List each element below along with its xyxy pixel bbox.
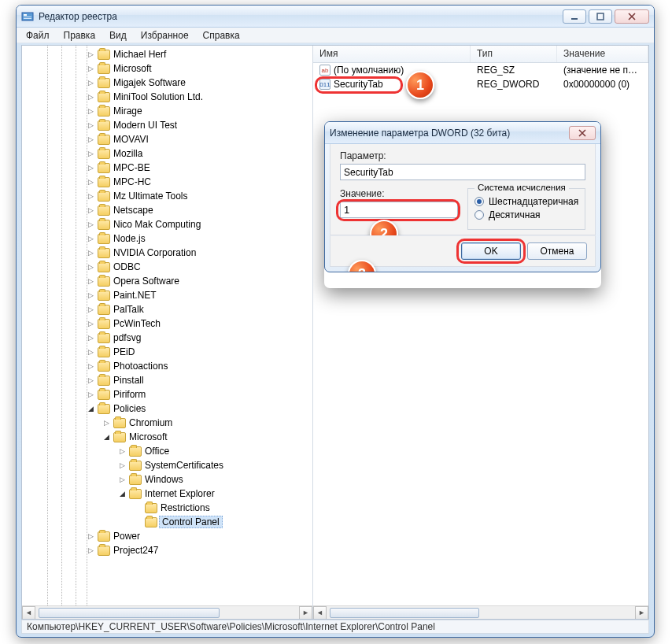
tree-scrollbar[interactable]: ◄ ► <box>22 605 312 619</box>
expander-icon[interactable]: ▷ <box>87 277 94 285</box>
expander-icon[interactable]: ▷ <box>87 164 94 172</box>
ok-button[interactable]: OK <box>461 242 521 260</box>
tree-item[interactable]: ▷Windows <box>22 472 312 487</box>
tree-item[interactable]: ▷Nico Mak Computing <box>22 217 312 231</box>
expander-icon[interactable]: ▷ <box>102 419 110 427</box>
expander-icon[interactable]: ▷ <box>87 220 94 228</box>
tree-item[interactable]: ▷SystemCertificates <box>22 458 312 472</box>
column-name[interactable]: Имя <box>313 46 471 62</box>
tree-item[interactable]: ▷Mirage <box>22 104 312 118</box>
tree-item[interactable]: ▷Microsoft <box>22 61 312 76</box>
dialog-titlebar[interactable]: Изменение параметра DWORD (32 бита) <box>325 122 600 144</box>
scroll-right-button[interactable]: ► <box>299 606 312 620</box>
tree-item[interactable]: ▷MPC-BE <box>22 161 312 175</box>
tree-item[interactable]: ▷Migajek Software <box>22 76 312 90</box>
expander-icon[interactable]: ▷ <box>118 461 126 469</box>
expander-icon[interactable]: ▷ <box>118 447 126 455</box>
tree-item[interactable]: ▷Mz Ultimate Tools <box>22 189 312 203</box>
minimize-button[interactable] <box>563 9 586 24</box>
dialog-close-button[interactable] <box>569 126 596 140</box>
titlebar[interactable]: Редактор реестра <box>17 6 654 28</box>
scroll-thumb[interactable] <box>39 608 220 618</box>
column-type[interactable]: Тип <box>471 46 557 62</box>
expander-icon[interactable]: ▷ <box>87 235 94 242</box>
expander-icon[interactable]: ▷ <box>118 476 126 483</box>
expander-icon[interactable]: ◢ <box>102 433 110 441</box>
tree-item[interactable]: ▷Modern UI Test <box>22 118 312 132</box>
cancel-button[interactable]: Отмена <box>527 242 587 260</box>
radix-hex-option[interactable]: Шестнадцатеричная <box>474 196 578 207</box>
tree-item[interactable]: ▷Pinstall <box>22 373 312 387</box>
expander-icon[interactable]: ▷ <box>87 263 94 271</box>
tree-item[interactable]: ▷PcWinTech <box>22 316 312 331</box>
expander-icon[interactable]: ▷ <box>87 305 94 313</box>
param-field[interactable] <box>340 164 585 180</box>
expander-icon[interactable]: ▷ <box>87 320 94 328</box>
value-row[interactable]: ab(По умолчанию)REG_SZ(значение не присв… <box>313 63 648 77</box>
tree-item[interactable]: ▷MPC-HC <box>22 175 312 189</box>
expander-icon[interactable]: ▷ <box>87 376 94 384</box>
value-row[interactable]: 011SecurityTabREG_DWORD0x00000000 (0) <box>313 77 648 91</box>
tree-item[interactable]: ▷Piriform <box>22 387 312 402</box>
expander-icon[interactable]: ▷ <box>87 50 94 58</box>
expander-icon[interactable]: ▷ <box>87 150 94 157</box>
scroll-left-button[interactable]: ◄ <box>313 606 327 620</box>
tree-item[interactable]: ◢Policies <box>22 402 312 416</box>
tree-item[interactable]: ◢Internet Explorer <box>22 487 312 501</box>
expander-icon[interactable]: ▷ <box>87 390 94 398</box>
tree-item[interactable]: ▷MiniTool Solution Ltd. <box>22 90 312 104</box>
tree-item[interactable]: ▷PalTalk <box>22 302 312 316</box>
close-button[interactable] <box>615 9 649 24</box>
tree-item[interactable]: ▷Mozilla <box>22 146 312 161</box>
expander-icon[interactable]: ▷ <box>87 192 94 200</box>
tree-item[interactable]: ▷Michael Herf <box>22 47 312 61</box>
expander-icon[interactable]: ▷ <box>87 178 94 186</box>
tree-item[interactable]: ▷PEiD <box>22 345 312 359</box>
tree-item[interactable]: ▷Netscape <box>22 203 312 217</box>
tree-item[interactable]: ▷ODBC <box>22 260 312 274</box>
radix-dec-option[interactable]: Десятичная <box>474 209 578 220</box>
tree-item[interactable]: Control Panel <box>22 515 312 529</box>
tree-item[interactable]: ▷Node.js <box>22 231 312 246</box>
expander-icon[interactable]: ▷ <box>87 532 94 540</box>
expander-icon[interactable]: ◢ <box>87 405 94 413</box>
expander-icon[interactable]: ▷ <box>87 65 94 72</box>
expander-icon[interactable]: ▷ <box>87 348 94 356</box>
expander-icon[interactable]: ▷ <box>87 291 94 299</box>
list-scrollbar[interactable]: ◄ ► <box>313 605 648 619</box>
expander-icon[interactable]: ▷ <box>87 249 94 257</box>
tree-item[interactable]: ▷MOVAVI <box>22 132 312 146</box>
menu-view[interactable]: Вид <box>103 28 133 43</box>
menu-file[interactable]: Файл <box>20 28 56 43</box>
value-field[interactable] <box>340 202 458 218</box>
tree-item[interactable]: Restrictions <box>22 501 312 515</box>
tree-item[interactable]: ▷Chromium <box>22 416 312 430</box>
tree-item[interactable]: ▷Project247 <box>22 543 312 557</box>
menu-help[interactable]: Справка <box>197 28 246 43</box>
expander-icon[interactable]: ▷ <box>87 206 94 214</box>
expander-icon[interactable]: ◢ <box>118 490 126 498</box>
expander-icon[interactable]: ▷ <box>87 135 94 143</box>
expander-icon[interactable]: ▷ <box>87 546 94 554</box>
tree-item[interactable]: ▷Photoactions <box>22 359 312 373</box>
maximize-button[interactable] <box>589 9 612 24</box>
menu-favorites[interactable]: Избранное <box>135 28 195 43</box>
expander-icon[interactable]: ▷ <box>87 107 94 115</box>
tree-item[interactable]: ▷pdfsvg <box>22 331 312 345</box>
scroll-track[interactable] <box>35 606 299 620</box>
registry-tree[interactable]: ▷Michael Herf▷Microsoft▷Migajek Software… <box>22 46 312 605</box>
tree-item[interactable]: ▷Power <box>22 529 312 543</box>
column-value[interactable]: Значение <box>557 46 648 62</box>
scroll-right-button[interactable]: ► <box>635 606 648 620</box>
tree-item[interactable]: ▷Office <box>22 444 312 458</box>
tree-item[interactable]: ▷Paint.NET <box>22 288 312 302</box>
tree-item[interactable]: ▷Opera Software <box>22 274 312 288</box>
tree-item[interactable]: ◢Microsoft <box>22 430 312 444</box>
scroll-left-button[interactable]: ◄ <box>22 606 35 620</box>
expander-icon[interactable]: ▷ <box>87 334 94 342</box>
expander-icon[interactable]: ▷ <box>87 121 94 129</box>
tree-item[interactable]: ▷NVIDIA Corporation <box>22 246 312 260</box>
menu-edit[interactable]: Правка <box>57 28 102 43</box>
expander-icon[interactable]: ▷ <box>87 362 94 370</box>
expander-icon[interactable]: ▷ <box>87 93 94 101</box>
